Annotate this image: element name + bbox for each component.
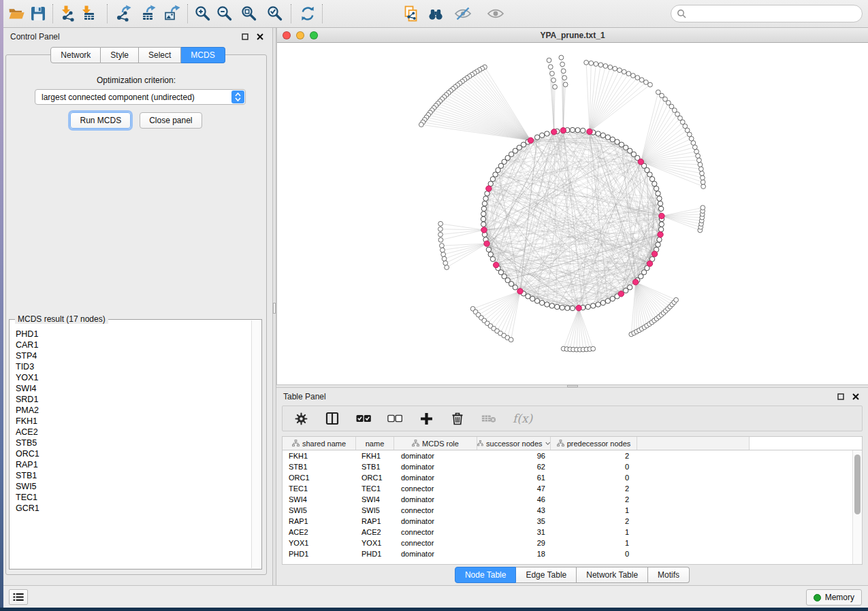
graph-node[interactable] <box>442 257 447 261</box>
graph-node[interactable] <box>443 261 448 265</box>
graph-node[interactable] <box>576 305 581 310</box>
graph-node[interactable] <box>545 302 549 307</box>
graph-node[interactable] <box>528 137 533 143</box>
graph-node[interactable] <box>517 288 523 294</box>
splitter-handle[interactable] <box>567 385 578 387</box>
graph-node[interactable] <box>440 248 445 252</box>
graph-node[interactable] <box>530 296 535 301</box>
graph-node[interactable] <box>488 252 493 257</box>
window-close-icon[interactable] <box>283 31 291 39</box>
mcds-result-item[interactable]: SWI4 <box>16 383 251 394</box>
tab-mcds[interactable]: MCDS <box>181 47 225 63</box>
splitter-handle[interactable] <box>273 303 276 314</box>
table-scrollbar-thumb[interactable] <box>854 455 861 514</box>
mcds-result-item[interactable]: TEC1 <box>16 492 251 503</box>
settings-gear-icon[interactable] <box>293 411 308 426</box>
graph-node[interactable] <box>596 302 600 307</box>
graph-node[interactable] <box>490 177 495 182</box>
graph-node[interactable] <box>605 299 610 303</box>
graph-node[interactable] <box>481 212 486 216</box>
graph-node[interactable] <box>598 63 603 67</box>
graph-node[interactable] <box>494 262 499 267</box>
export-network-icon[interactable] <box>112 3 133 24</box>
graph-node[interactable] <box>438 221 443 226</box>
table-row[interactable]: PHD1PHD1dominator180 <box>283 548 852 559</box>
column-header-shared-name[interactable]: shared name <box>283 437 356 450</box>
save-session-icon[interactable] <box>28 3 48 24</box>
graph-node[interactable] <box>548 65 553 69</box>
column-header-name[interactable]: name <box>356 437 394 450</box>
tab-select[interactable]: Select <box>139 47 181 63</box>
tab-node-table[interactable]: Node Table <box>455 567 517 583</box>
graph-node[interactable] <box>692 145 697 150</box>
graph-node[interactable] <box>481 206 486 211</box>
graph-node[interactable] <box>652 181 657 186</box>
graph-node[interactable] <box>657 237 662 242</box>
graph-node[interactable] <box>643 80 648 85</box>
graph-node[interactable] <box>617 68 622 73</box>
float-panel-icon[interactable] <box>240 31 251 42</box>
graph-node[interactable] <box>605 135 610 139</box>
graph-node[interactable] <box>591 303 596 308</box>
export-table-icon[interactable] <box>137 3 157 24</box>
show-columns-icon[interactable] <box>325 411 340 426</box>
graph-node[interactable] <box>608 65 613 69</box>
tab-edge-table[interactable]: Edge Table <box>516 567 577 583</box>
graph-node[interactable] <box>545 131 549 136</box>
column-header-mcds-role[interactable]: MCDS role <box>394 437 477 450</box>
mcds-result-item[interactable]: SWI5 <box>16 481 251 492</box>
first-neighbors-icon[interactable] <box>425 3 446 24</box>
graph-node[interactable] <box>615 139 620 144</box>
mcds-result-scrollbar[interactable] <box>251 320 261 568</box>
show-all-icon[interactable] <box>485 3 506 24</box>
horizontal-splitter[interactable] <box>276 384 868 388</box>
graph-node[interactable] <box>600 300 605 305</box>
graph-node[interactable] <box>555 304 560 309</box>
graph-node[interactable] <box>550 71 555 76</box>
graph-node[interactable] <box>603 64 608 69</box>
float-panel-icon[interactable] <box>835 391 846 402</box>
graph-node[interactable] <box>618 291 624 297</box>
graph-node[interactable] <box>658 206 663 211</box>
graph-node[interactable] <box>696 158 701 163</box>
graph-node[interactable] <box>560 128 566 133</box>
zoom-in-icon[interactable] <box>193 3 213 24</box>
graph-node[interactable] <box>484 241 489 246</box>
graph-node[interactable] <box>570 127 575 132</box>
graph-node[interactable] <box>560 62 565 67</box>
mcds-result-item[interactable]: GCR1 <box>16 503 251 514</box>
mcds-result-item[interactable]: FKH1 <box>16 416 251 427</box>
graph-node[interactable] <box>534 299 539 303</box>
graph-node[interactable] <box>610 137 615 142</box>
graph-node[interactable] <box>628 285 632 290</box>
graph-node[interactable] <box>659 222 664 227</box>
graph-node[interactable] <box>658 201 662 206</box>
graph-node[interactable] <box>656 90 660 95</box>
graph-node[interactable] <box>509 337 513 342</box>
zoom-selected-icon[interactable] <box>265 3 285 24</box>
network-canvas[interactable] <box>277 43 868 384</box>
graph-node[interactable] <box>534 135 539 139</box>
memory-button[interactable]: Memory <box>806 589 862 606</box>
graph-node[interactable] <box>486 247 491 252</box>
close-panel-icon[interactable] <box>850 391 861 402</box>
graph-node[interactable] <box>701 176 705 180</box>
graph-node[interactable] <box>659 213 664 218</box>
mcds-result-item[interactable]: CAR1 <box>16 340 251 350</box>
open-file-icon[interactable] <box>6 3 27 24</box>
tab-network[interactable]: Network <box>50 47 101 63</box>
mcds-result-item[interactable]: ORC1 <box>16 448 251 459</box>
graph-node[interactable] <box>696 154 701 159</box>
window-minimize-icon[interactable] <box>296 31 304 39</box>
search-input[interactable] <box>687 7 862 20</box>
graph-node[interactable] <box>674 297 679 302</box>
run-mcds-button[interactable]: Run MCDS <box>70 112 131 129</box>
graph-node[interactable] <box>438 237 443 242</box>
graph-node[interactable] <box>539 300 544 305</box>
mcds-result-item[interactable]: STP4 <box>16 350 251 361</box>
graph-node[interactable] <box>647 261 652 266</box>
graph-node[interactable] <box>513 285 517 290</box>
graph-node[interactable] <box>419 122 423 127</box>
graph-node[interactable] <box>698 167 703 171</box>
vertical-splitter[interactable] <box>272 28 276 585</box>
